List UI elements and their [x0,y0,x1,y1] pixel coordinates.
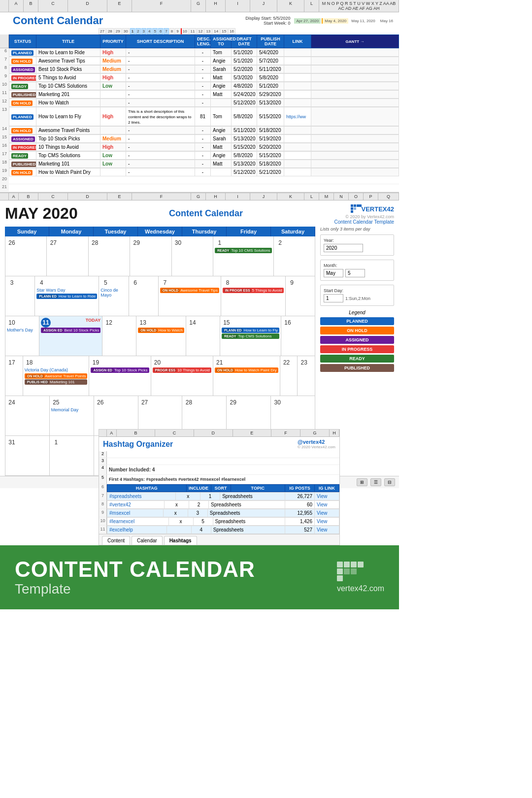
cell-title: How to Learn to Ride [36,49,100,57]
cell-assigned: Matt [211,160,232,168]
ht-row2: 2 [99,451,339,458]
lists-note: Lists only 3 items per day [320,227,394,232]
legend-ready: READY [320,355,394,363]
cal-day: 11TODAYASSIGN EDBest 10 Stock Picks [39,316,102,356]
day-number: 20 [153,358,163,367]
cell-desc: - [126,168,195,176]
day-number: 28 [184,398,194,407]
cell-link [284,57,311,65]
ht-sort: 4 [191,526,211,534]
grid-view-btn[interactable]: ⊞ [357,478,367,486]
ht-iglink: View [315,493,339,500]
day-number: 27 [48,238,58,248]
holiday-label: Star Wars Day [36,288,97,293]
day-number: 23 [299,358,309,367]
cell-status: READY [9,152,36,160]
gantt-date-headers: Apr 27, 2020 May 4, 2020 May 11, 2020 Ma… [294,18,395,24]
list-view-btn[interactable]: ☰ [370,478,381,486]
table-row: 9 IN PROGRESS 5 Things to Avoid High - -… [0,73,399,82]
cal-day: 26 [5,236,47,276]
calendar-event: PLANN EDHow to Learn to Ride [36,294,97,299]
ht-hashtag: #msexcel [107,509,164,517]
tab-content[interactable]: Content [102,536,130,545]
row-number: 8 [0,65,9,73]
cell-assigned: Matt [211,91,232,99]
day-number: 9 [287,278,297,288]
hashtag-title-row: Hashtag Organizer @vertex42 © 2020 Verte… [99,437,339,451]
table-row: 8 ASSIGNED Best 10 Stock Picks Medium - … [0,65,399,73]
ht-col-sort: SORT [211,485,231,492]
day-number: 17 [7,358,17,367]
day-number: 7 [160,278,170,288]
svg-rect-1 [354,204,356,207]
cell-desc: - [126,82,195,90]
cal-day: 28 [89,236,130,276]
cell-desclen: - [195,82,211,90]
day-number: 27 [140,398,150,407]
cell-priority: High [100,74,126,82]
calendar-event: ON HOLDAwesome Travel Tips [160,288,219,293]
cell-assigned: Sarah [211,135,232,143]
legend-published: PUBLISHED [320,364,394,372]
cal-day: 31 [5,436,50,475]
settings-btn[interactable]: ⊟ [384,478,395,486]
spreadsheet-section: A B C D E F G H I J K L M N O P Q R S T … [0,0,399,193]
ht-sort: 2 [189,501,208,509]
ht-row-number: 9 [99,509,107,517]
cal-day: 29 [130,236,171,276]
year-box: Year: [320,234,394,256]
cell-gantt [311,91,399,99]
cal-day: 17 [5,356,23,396]
cell-priority: Medium [100,57,126,65]
cell-publish: 5/21/2020 [257,168,284,176]
template-link[interactable]: Content Calendar Template [334,219,394,225]
ht-row3: 3 [99,458,339,465]
cell-title: Top CMS Solutions [36,152,100,160]
cell-link [284,49,311,57]
ht-col-hashtag: HASHTAG [107,485,187,492]
cell-desc: - [126,57,195,65]
ht-iglink: View [315,526,339,534]
tab-calendar[interactable]: Calendar [132,536,163,545]
cell-desclen: - [195,135,211,143]
col-i: I [226,0,250,12]
cell-gantt [311,152,399,160]
cell-title: How to Watch [36,99,100,107]
cell-title: 5 Things to Avoid [36,74,100,82]
cell-draft: 5/3/2020 [232,74,257,82]
table-row: 15 ASSIGNED Top 10 Stock Picks Medium - … [0,134,399,143]
ht-row-number: 8 [99,500,107,509]
cell-publish: 5/19/2020 [257,135,284,143]
cell-assigned: Matt [211,74,232,82]
cell-draft: 5/13/2020 [232,160,257,168]
ht-topic: Spreadsheets [208,501,285,509]
cell-desc: - [126,49,195,57]
spreadsheet-rows: 6 PLANNED How to Learn to Ride High - - … [0,48,399,192]
row-number: 14 [0,126,9,134]
cell-desclen: - [195,99,211,107]
day-number: 10 [7,318,17,328]
month-num-input[interactable] [345,269,365,277]
month-name-input[interactable] [324,269,343,277]
col-j: J [250,0,277,12]
col-g: G [191,0,206,12]
start-day-input[interactable] [324,294,343,302]
cell-title: Best 10 Stock Picks [36,66,100,73]
ht-col-topic: TOPIC [231,485,285,492]
day-number: 2 [275,238,285,248]
day-number: 29 [132,238,141,248]
cell-publish: 5/4/2020 [257,49,284,57]
day-number: 4 [36,278,46,288]
gantt-day-row: 27 28 29 30 1 2 3 4 5 6 7 8 9 10 11 12 1… [0,28,399,34]
row-number: 12 [0,99,9,107]
table-row: 6 PLANNED How to Learn to Ride High - - … [0,48,399,57]
vertex-logo: VERTEX42 [334,204,394,213]
ht-include: x [164,501,189,509]
year-input[interactable] [324,244,363,252]
cell-publish: 5/15/2020 [257,107,284,126]
cal-dow-headers: Sunday Monday Tuesday Wednesday Thursday… [5,227,315,236]
row-number: 11 [0,90,9,99]
cell-link [284,143,311,151]
tab-hashtags[interactable]: Hashtags [164,536,197,545]
hashtag-tabs: Content Calendar Hashtags [99,534,339,545]
